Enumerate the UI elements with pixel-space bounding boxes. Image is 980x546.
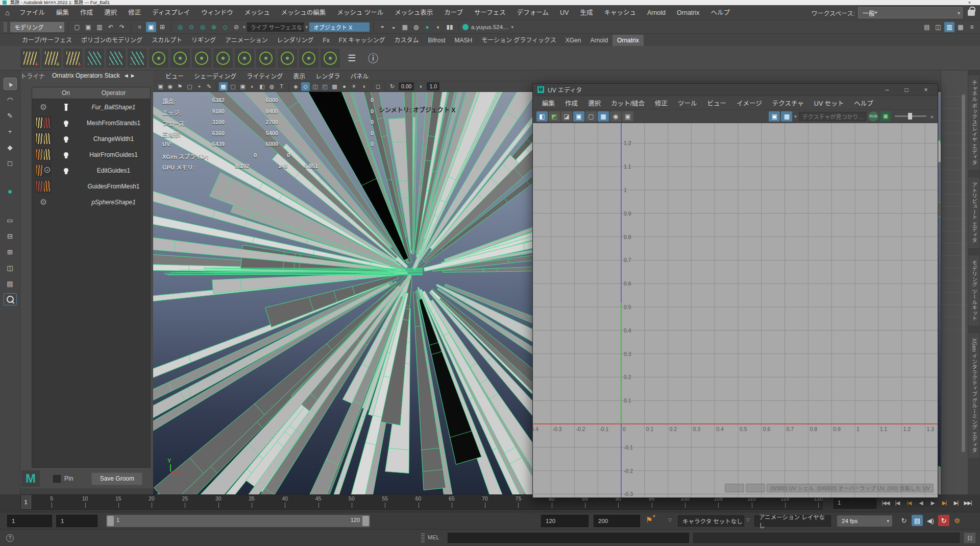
layout-single-pane-icon[interactable]: ▭ — [4, 214, 17, 226]
shelf-tab[interactable]: カーブ/サーフェス — [17, 35, 77, 46]
snap-curve-icon[interactable]: ⊙ — [186, 22, 197, 32]
sep[interactable] — [288, 83, 289, 90]
uv-editor-titlebar[interactable]: M UV エディタ –□× — [533, 84, 938, 96]
operator-icon[interactable] — [35, 132, 52, 146]
fps-dropdown[interactable]: 24 fps ▾ — [837, 515, 892, 527]
shelf-tab[interactable]: スカルプト — [147, 35, 187, 46]
save-groom-button[interactable]: Save Groom — [91, 472, 142, 485]
play-forwards-button[interactable]: ▶ — [927, 496, 938, 509]
menu-item[interactable]: 作成 — [75, 5, 99, 20]
select-object-icon[interactable]: ▣ — [146, 22, 156, 32]
snap-projected-icon[interactable]: ⊕ — [209, 22, 219, 32]
sidebar-tab[interactable]: チャネル ボックス/レイヤ エディタ — [968, 75, 980, 171]
xray-icon[interactable]: ◫ — [311, 82, 320, 91]
rotate-tool-icon[interactable]: ◆ — [4, 141, 17, 153]
uv-menu-item[interactable]: 選択 — [583, 98, 606, 108]
operator-name[interactable]: ChangeWidth1 — [77, 135, 150, 143]
play-backwards-button[interactable]: ◀ — [915, 496, 926, 509]
uv-minimize-button[interactable]: – — [877, 84, 897, 96]
uv-layout-icon[interactable]: ◪ — [561, 111, 572, 122]
ornatrix-op-icon[interactable] — [256, 49, 276, 68]
gamma-field[interactable]: 1.0 — [427, 82, 439, 90]
shelf-list-icon[interactable] — [342, 49, 361, 68]
sidebar-tab[interactable]: モデリング ツールキット — [968, 255, 980, 326]
image-ratio-icon[interactable]: ▣ — [880, 111, 891, 122]
lasso-tool-icon[interactable]: ◠ — [4, 93, 17, 106]
select-tool-icon[interactable]: ▲ — [4, 78, 17, 90]
shelf-tab[interactable]: アニメーション — [220, 35, 273, 46]
ornatrix-op-icon[interactable] — [235, 49, 254, 68]
shelf-info-icon[interactable] — [363, 49, 383, 68]
home-icon[interactable]: ⌂ — [5, 8, 10, 17]
hypershade-icon[interactable]: ● — [422, 22, 432, 32]
ao-icon[interactable]: ◍ — [267, 82, 276, 91]
lock-icon[interactable] — [968, 10, 975, 16]
wire-on-shaded-icon[interactable]: ▩ — [330, 82, 339, 91]
menu-item[interactable]: カーブ — [438, 5, 469, 20]
operator-icon[interactable] — [35, 148, 52, 161]
playback-loop-icon[interactable]: ↻ — [898, 515, 910, 526]
snap-viewplane-icon[interactable]: ◇ — [220, 22, 230, 32]
shelf-tab[interactable]: Fx — [318, 35, 334, 46]
uv-menu-item[interactable]: ビュー — [702, 98, 732, 108]
script-editor-icon[interactable] — [964, 532, 976, 543]
curl-tool-icon[interactable] — [85, 49, 104, 68]
groom-append-icon[interactable] — [42, 49, 61, 68]
range-slider[interactable]: 1 120 — [106, 515, 370, 527]
help-icon[interactable]: ? — [6, 534, 14, 542]
uv-dim-image-icon[interactable]: ◉ — [610, 111, 621, 122]
operator-icon[interactable] — [35, 195, 52, 209]
tool-settings-toggle-icon[interactable]: ▦ — [955, 22, 966, 32]
groom-brush-icon[interactable] — [63, 49, 83, 68]
image-dim-slider[interactable] — [895, 115, 926, 117]
step-forward-key-button[interactable]: ▶| — [939, 496, 950, 509]
ornatrix-stack-tab[interactable]: Ornatrix Operators Stack — [49, 72, 123, 79]
use-lights-icon[interactable]: ◐ — [248, 82, 257, 91]
anim-layer-dropdown[interactable]: アニメーション レイヤなし — [754, 515, 831, 527]
ornatrix-op-icon[interactable] — [192, 49, 211, 68]
viewport-menu-item[interactable]: パネル — [345, 72, 374, 80]
texture-search-field[interactable]: テクスチャが見つかり… — [799, 112, 866, 121]
anim-end-field[interactable]: 200 — [594, 515, 640, 527]
outliner-tab[interactable]: トライナ — [20, 72, 49, 80]
menu-item[interactable]: ヘルプ — [705, 5, 736, 20]
redo-icon[interactable]: ↷ — [117, 22, 127, 32]
open-scene-icon[interactable]: ▣ — [83, 22, 93, 32]
menu-item[interactable]: メッシュの編集 — [276, 5, 332, 20]
symmetry-field[interactable]: オブジェクト X — [309, 22, 370, 32]
shelf-tab[interactable]: FX キャッシング — [334, 35, 390, 46]
scrollbar[interactable] — [962, 94, 965, 452]
go-to-start-button[interactable]: |◀◀ — [880, 496, 891, 509]
shelf-tab[interactable]: MASH — [450, 35, 477, 46]
shelf-tab[interactable]: モーション グラフィックス — [477, 35, 561, 46]
operator-name[interactable]: pSphereShape1 — [77, 199, 150, 206]
layout-four-pane-icon[interactable]: ⊞ — [4, 246, 17, 258]
tab-prev-icon[interactable]: ◀ — [123, 73, 130, 78]
menu-item[interactable]: サーフェス — [469, 5, 511, 20]
uv-menu-item[interactable]: カット/縫合 — [606, 98, 650, 108]
channel-box-toggle-icon[interactable]: ≡ — [967, 22, 977, 32]
chevron-down-icon[interactable]: ▾ — [306, 25, 308, 30]
playback-start-field[interactable]: 1 — [56, 515, 97, 527]
zoom-tool-icon[interactable] — [4, 293, 17, 305]
uv-close-button[interactable]: × — [916, 84, 936, 96]
uv-distortion-icon[interactable]: ◧ — [536, 111, 548, 122]
ipr-render-icon[interactable]: ◒ — [388, 22, 399, 32]
textured-label-icon[interactable]: T — [277, 82, 286, 91]
uv-menu-item[interactable]: 編集 — [537, 98, 560, 108]
ornatrix-op-icon[interactable] — [299, 49, 318, 68]
shelf-tab[interactable]: Arnold — [585, 35, 612, 46]
sep[interactable] — [371, 83, 371, 90]
uv-grid-canvas[interactable]: -0.4-0.3-0.2-0.100.10.20.30.40.50.60.70.… — [533, 123, 938, 497]
current-frame-field[interactable]: 1 — [834, 496, 876, 509]
operator-name[interactable]: GuidesFromMesh1 — [77, 183, 150, 190]
ornatrix-op-icon[interactable] — [170, 49, 190, 68]
operator-row[interactable]: MeshFromStrands1 — [32, 115, 150, 131]
chevron-icon[interactable]: ▽ — [746, 517, 750, 523]
textured-icon[interactable]: ▣ — [238, 82, 247, 91]
texture-bake-icon[interactable]: ◍ — [411, 22, 421, 32]
menu-item[interactable]: 編集 — [51, 5, 75, 20]
menu-item[interactable]: UV — [554, 5, 574, 20]
undo-icon[interactable]: ↶ — [106, 22, 116, 32]
menu-item[interactable]: Arnold — [642, 5, 671, 20]
